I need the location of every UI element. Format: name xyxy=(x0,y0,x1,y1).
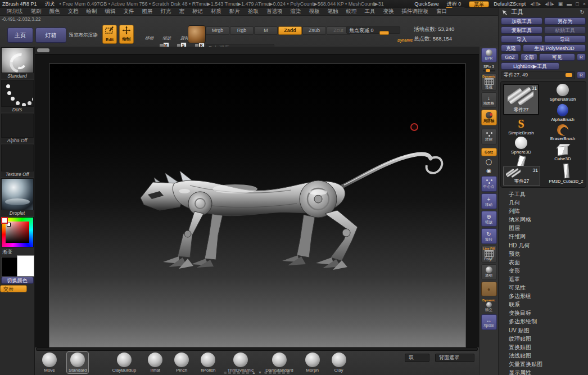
menu-transform[interactable]: 变换 xyxy=(379,8,398,15)
goz-button[interactable]: GoZ xyxy=(501,53,519,61)
menu-draw[interactable]: 绘制 xyxy=(83,8,101,15)
menu-edit[interactable]: 编辑 xyxy=(101,8,120,15)
m-mode-button[interactable]: M xyxy=(254,26,278,35)
section-masking[interactable]: 遮罩 xyxy=(499,275,588,283)
goz-r-button[interactable]: R xyxy=(577,53,586,61)
center-point-button[interactable]: 中心点 xyxy=(481,176,497,192)
menu-layer[interactable]: 图层 xyxy=(138,8,157,15)
menu-stroke[interactable]: 笔触 xyxy=(324,8,342,15)
section-deformation[interactable]: 变形 xyxy=(499,266,588,275)
import-button[interactable]: 导入 xyxy=(501,35,542,43)
move-button[interactable]: M 移动 xyxy=(141,26,157,41)
section-polygroups[interactable]: 多边形组 xyxy=(499,292,588,300)
rgb-mode-button[interactable]: Rgb xyxy=(230,26,254,35)
make-polymesh3d-button[interactable]: 生成 PolyMesh3D xyxy=(523,44,586,52)
zscript-button[interactable]: DefaultZScript xyxy=(494,1,526,7)
brush-claybuildup[interactable]: ClayBuildup xyxy=(110,352,138,373)
menu-material[interactable]: 材质 xyxy=(207,8,225,15)
move-canvas-button[interactable]: + 移动 xyxy=(481,193,497,209)
menu-movie[interactable]: 影片 xyxy=(225,8,244,15)
double-button[interactable]: 双 xyxy=(405,354,429,362)
spix-track[interactable] xyxy=(483,70,495,71)
section-visibility[interactable]: 可见性 xyxy=(499,283,588,292)
current-material-thumbnail[interactable] xyxy=(188,25,206,43)
close-icon[interactable]: × xyxy=(583,1,586,7)
menu-texture[interactable]: 纹理 xyxy=(342,8,361,15)
menu-tool[interactable]: 工具 xyxy=(361,8,379,15)
tool-pm3d-cube3d-2[interactable]: PM3D_Cube3D_2 xyxy=(542,164,588,184)
backface-mask-button[interactable]: 背面遮罩 xyxy=(435,354,474,362)
section-polypaint[interactable]: 多边形绘制 xyxy=(499,317,588,326)
menu-alpha[interactable]: 阿尔法 xyxy=(3,8,27,15)
lightbox-tool-button[interactable]: LightBox▶工具 xyxy=(501,62,559,70)
menu-zplugin[interactable]: 插件调控板 xyxy=(398,8,433,15)
dynamic-mode-label[interactable]: Dynamic xyxy=(397,38,413,42)
save-as-button[interactable]: 另存为 xyxy=(544,17,586,25)
active-tool-thumbnail[interactable]: 31 零件27 xyxy=(503,84,539,115)
menu-brush[interactable]: 笔刷 xyxy=(27,8,46,15)
menu-macro[interactable]: 宏 xyxy=(175,8,189,15)
section-fibermesh[interactable]: 纤维网 xyxy=(499,232,588,241)
menu-preferences[interactable]: 首选项 xyxy=(263,8,287,15)
tool-spherebrush[interactable]: SphereBrush xyxy=(542,84,583,102)
section-layers[interactable]: 图层 xyxy=(499,224,588,232)
menu-document[interactable]: 文档 xyxy=(64,8,83,15)
current-stroke-thumbnail[interactable]: Dots xyxy=(1,80,34,112)
perspective-button[interactable]: Dynamic 透视 xyxy=(481,74,497,91)
menu-picker[interactable]: 拾取 xyxy=(244,8,263,15)
brush-clay[interactable]: Clay xyxy=(330,352,348,373)
tool-alphabrush[interactable]: AlphaBrush xyxy=(542,104,583,122)
local-symmetry-button[interactable]: 对称 xyxy=(481,129,497,144)
zadd-mode-button[interactable]: Zadd xyxy=(278,26,302,35)
tool-eraserbrush[interactable]: EraserBrush xyxy=(542,124,583,141)
tool-index-slider[interactable]: 零件27. 49 xyxy=(501,71,575,79)
minimize-icon[interactable]: ▬ xyxy=(567,1,572,7)
section-texture-map[interactable]: 纹理贴图 xyxy=(499,335,588,343)
section-uv-map[interactable]: UV 贴图 xyxy=(499,326,588,335)
small-toggle-2[interactable]: ◉ xyxy=(481,167,497,174)
canvas-scrollbar-thumb[interactable] xyxy=(37,48,49,52)
refresh-icon[interactable]: ↻ xyxy=(580,9,585,15)
swap-color-button[interactable]: 交替 xyxy=(0,285,27,292)
quicksave-button[interactable]: QuickSave xyxy=(414,1,439,7)
section-subtool[interactable]: 子工具 xyxy=(499,190,588,198)
goz-visible-button[interactable]: 可见 xyxy=(539,53,575,61)
tool-r-button[interactable]: R xyxy=(577,71,586,79)
back-arrow-icon[interactable] xyxy=(502,10,508,15)
export-button[interactable]: 导出 xyxy=(544,35,586,43)
section-normal-map[interactable]: 法线贴图 xyxy=(499,351,588,360)
brush-move[interactable]: Move xyxy=(40,352,58,373)
brush-inflat[interactable]: Inflat xyxy=(146,352,164,373)
polyframe-button[interactable]: Line Fill PolyF xyxy=(481,246,497,263)
rotate-canvas-button[interactable]: ↻ 旋转 xyxy=(481,228,497,244)
menu-light[interactable]: 灯光 xyxy=(157,8,175,15)
brush-morph[interactable]: Morph xyxy=(304,352,322,373)
current-material-tray-thumbnail[interactable]: Droplet xyxy=(1,178,34,216)
edit-button[interactable]: Edit xyxy=(102,25,117,44)
lightbox-button[interactable]: 灯箱 xyxy=(35,28,66,43)
home-button[interactable]: 主页 xyxy=(7,28,33,43)
ghost-button[interactable]: ♦ xyxy=(481,282,497,296)
focal-shift-slider[interactable]: 焦点衰减 0 xyxy=(346,26,400,34)
tool-sphere3d[interactable]: Sphere3D xyxy=(501,137,541,155)
section-surface[interactable]: 表面 xyxy=(499,258,588,266)
zsub-mode-button[interactable]: Zsub xyxy=(302,26,326,35)
section-nanomesh[interactable]: 纳米网格 xyxy=(499,215,588,224)
clone-button[interactable]: 克隆 xyxy=(501,44,521,52)
scale-button[interactable]: S 缩放 xyxy=(158,26,175,41)
transparent-button[interactable]: 透明 xyxy=(481,264,497,280)
xpose-button[interactable]: ↔ Xpose xyxy=(481,314,497,330)
load-tool-button[interactable]: 加载工具 xyxy=(501,17,542,25)
divider-left-icon[interactable]: ◂!!!!▸ xyxy=(530,1,541,7)
section-vector-displacement[interactable]: 矢量置换贴图 xyxy=(499,360,588,368)
current-brush-thumbnail[interactable]: Standard xyxy=(1,47,34,79)
section-morph-target[interactable]: 变换目标 xyxy=(499,309,588,317)
paste-tool-button[interactable]: 粘贴工具 xyxy=(544,26,586,34)
color-picker[interactable] xyxy=(1,217,34,247)
spix-slider[interactable]: SPix 3 xyxy=(481,64,497,72)
section-geometry[interactable]: 几何 xyxy=(499,198,588,207)
bottom-tray-scrollbar[interactable] xyxy=(36,347,478,351)
restore-icon[interactable]: □ xyxy=(576,1,578,7)
brush-pinch[interactable]: Pinch xyxy=(173,352,191,373)
recent-tool-thumbnail[interactable]: 31 零件27 xyxy=(503,166,540,186)
